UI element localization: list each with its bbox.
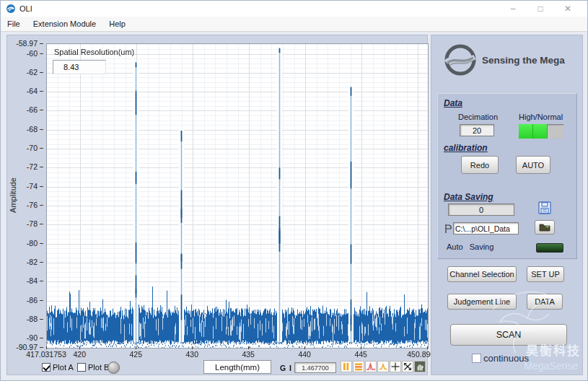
data-button[interactable]: DATA bbox=[527, 294, 563, 310]
x-axis-title-box: Length(mm) bbox=[203, 360, 271, 374]
maximize-button[interactable]: □ bbox=[527, 4, 554, 14]
title-bar: OLI – □ ✕ bbox=[1, 1, 587, 17]
plot-area[interactable]: Spatial Resolution(um) 8.43 bbox=[46, 43, 429, 349]
auto-button[interactable]: AUTO bbox=[516, 156, 550, 174]
switch-on-segment bbox=[519, 124, 548, 139]
save-path-field[interactable]: C:\...p\OLI_Data bbox=[453, 222, 519, 235]
floppy-disk-icon[interactable] bbox=[537, 201, 552, 215]
plot-b-label: Plot B bbox=[88, 363, 109, 372]
y-tick-label: -58.97 bbox=[16, 39, 38, 48]
scan-button[interactable]: SCAN bbox=[450, 324, 567, 346]
window-controls: – □ ✕ bbox=[499, 1, 582, 17]
plot-controls: Plot A Plot B Length(mm) G I 1.467700 bbox=[7, 362, 427, 376]
high-normal-label: High/Normal bbox=[519, 113, 563, 121]
continuous-checkbox-box bbox=[472, 354, 481, 363]
graph-palette bbox=[341, 361, 426, 372]
menu-file[interactable]: File bbox=[1, 18, 27, 30]
continuous-label: continuous bbox=[483, 353, 529, 364]
menu-help[interactable]: Help bbox=[102, 18, 132, 30]
y-tick-label: -88 bbox=[27, 315, 38, 323]
y-tick-label: -72 bbox=[27, 162, 38, 171]
y-tick-mark bbox=[40, 338, 43, 338]
y-tick-mark bbox=[40, 186, 43, 187]
y-scale-icon[interactable] bbox=[353, 361, 364, 372]
y-tick-label: -60 bbox=[27, 49, 38, 58]
y-tick-mark bbox=[40, 148, 43, 149]
x-tick-label: 435 bbox=[242, 350, 255, 359]
y-tick-mark bbox=[40, 347, 43, 348]
y-tick-mark bbox=[40, 110, 43, 110]
oli-logo-icon bbox=[6, 4, 16, 14]
plot-a-checkbox-box bbox=[42, 363, 51, 372]
watermark-en: MegaSense bbox=[524, 360, 578, 372]
y-tick-label: -78 bbox=[27, 219, 38, 228]
plot-a-label: Plot A bbox=[53, 363, 74, 372]
decimation-input[interactable]: 20 bbox=[460, 124, 494, 136]
x-tick-mark bbox=[427, 346, 428, 349]
pan-hand-icon[interactable] bbox=[414, 361, 426, 372]
y-tick-mark bbox=[40, 167, 43, 167]
plot-style-knob[interactable] bbox=[107, 362, 120, 374]
high-normal-switch[interactable] bbox=[519, 124, 563, 139]
x-tick-mark bbox=[46, 346, 47, 349]
y-tick-label: -82 bbox=[27, 258, 38, 266]
y-tick-mark bbox=[40, 319, 43, 320]
y-tick-label: -76 bbox=[27, 201, 38, 209]
x-tick-label: 445 bbox=[354, 350, 367, 359]
redo-button[interactable]: Redo bbox=[461, 156, 499, 174]
y-tick-label: -64 bbox=[27, 87, 38, 95]
x-tick-mark bbox=[192, 346, 193, 349]
swirl-logo-icon bbox=[443, 43, 478, 77]
channel-selection-button[interactable]: Channel Selection bbox=[447, 266, 517, 282]
x-tick-label: 420 bbox=[74, 350, 87, 359]
cursor-tool-icon[interactable] bbox=[390, 361, 401, 372]
save-counter-field[interactable]: 0 bbox=[448, 203, 514, 216]
y-tick-label: -86 bbox=[27, 296, 38, 305]
close-button[interactable]: ✕ bbox=[554, 4, 582, 14]
x-tick-mark bbox=[361, 346, 361, 349]
y-tick-mark bbox=[40, 205, 43, 206]
y-tick-label: -80 bbox=[27, 239, 38, 248]
browse-folder-button[interactable] bbox=[535, 220, 555, 235]
x-scale-icon[interactable] bbox=[341, 361, 352, 372]
y-tick-label: -62 bbox=[27, 68, 38, 76]
y-tick-mark bbox=[40, 281, 43, 281]
y-tick-label: -84 bbox=[27, 276, 38, 285]
y-tick-mark bbox=[40, 243, 43, 244]
zoom-tool-icon[interactable] bbox=[402, 361, 413, 372]
x-tick-label: 440 bbox=[298, 350, 311, 359]
menu-bar: File Extension Module Help bbox=[1, 17, 587, 32]
spatial-resolution-label: Spatial Resolution(um) bbox=[54, 48, 134, 56]
y-axis-ticks: -58.97-60-62-64-66-68-70-72-74-76-78-80-… bbox=[7, 43, 45, 347]
y-tick-label: -70 bbox=[27, 144, 38, 152]
plot-widget: Amplitude -58.97-60-62-64-66-68-70-72-74… bbox=[6, 35, 428, 375]
calibration-section-title: calibration bbox=[444, 143, 488, 153]
peak-marker-icon[interactable] bbox=[365, 361, 377, 372]
y-tick-mark bbox=[40, 129, 43, 130]
judgement-line-button[interactable]: Judgement Line bbox=[447, 294, 517, 310]
x-tick-label: 417.031753 bbox=[26, 350, 66, 359]
x-tick-label: 430 bbox=[185, 350, 198, 359]
auto-saving-label: Auto Saving bbox=[447, 242, 493, 251]
menu-extension-module[interactable]: Extension Module bbox=[27, 18, 102, 30]
plot-b-checkbox[interactable]: Plot B bbox=[77, 363, 109, 372]
y-tick-label: -74 bbox=[27, 182, 38, 190]
control-panel: Sensing the Mega Data Decimation 20 High… bbox=[431, 35, 583, 375]
brand-text: Sensing the Mega bbox=[482, 55, 565, 66]
setup-button[interactable]: SET UP bbox=[527, 266, 564, 282]
minimize-button[interactable]: – bbox=[499, 4, 527, 14]
x-tick-mark bbox=[136, 346, 136, 349]
continuous-checkbox[interactable]: continuous bbox=[472, 353, 529, 364]
window-title: OLI bbox=[19, 4, 32, 13]
client-area: Amplitude -58.97-60-62-64-66-68-70-72-74… bbox=[1, 32, 587, 380]
y-tick-label: -90 bbox=[27, 333, 38, 342]
signal-canvas bbox=[47, 44, 428, 348]
x-tick-mark bbox=[248, 346, 249, 349]
y-tick-label: -66 bbox=[27, 105, 38, 114]
gi-value-field[interactable]: 1.467700 bbox=[294, 362, 336, 373]
y-tick-mark bbox=[40, 262, 43, 263]
peak-arrow-icon[interactable] bbox=[377, 361, 389, 372]
data-saving-section-title: Data Saving bbox=[444, 192, 493, 202]
plot-a-checkbox[interactable]: Plot A bbox=[42, 363, 74, 372]
auto-saving-led[interactable] bbox=[536, 243, 563, 253]
